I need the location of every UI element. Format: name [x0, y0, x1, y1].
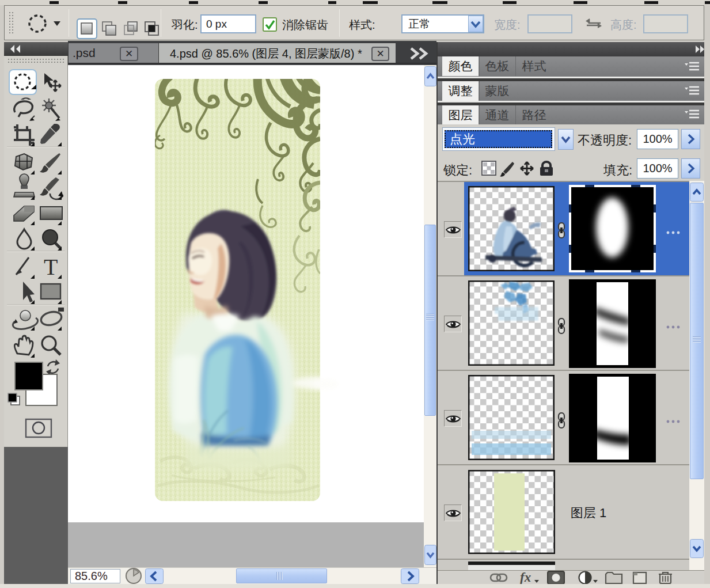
svg-text:fx: fx — [520, 571, 531, 585]
svg-text:T: T — [44, 254, 58, 280]
